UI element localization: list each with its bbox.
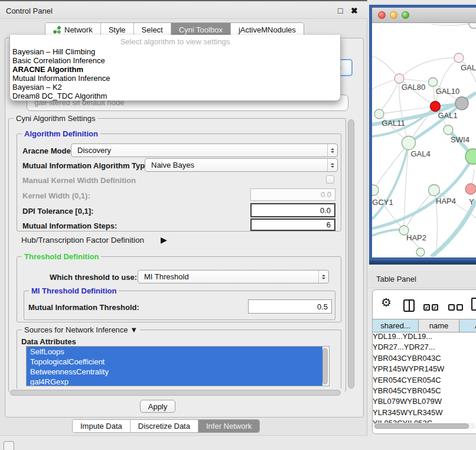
- mi-steps-field[interactable]: 6: [250, 219, 335, 231]
- window-zoom-icon[interactable]: [402, 11, 409, 19]
- mi-algorithm-type-value: Naive Bayes: [145, 161, 327, 169]
- which-threshold-combo[interactable]: MI Threshold: [138, 270, 329, 283]
- hub-section-label[interactable]: Hub/Transcription Factor Definition: [21, 236, 144, 244]
- mi-threshold-field[interactable]: 0.5: [248, 299, 332, 314]
- attribute-item-selected[interactable]: gal4RGexp: [27, 377, 322, 386]
- table-row[interactable]: YBR045CYBR045C9.: [373, 386, 476, 397]
- table-row[interactable]: YLR345WYLR345W9.: [373, 408, 476, 419]
- node-gal4[interactable]: [402, 136, 416, 150]
- table-row[interactable]: YBR043CYBR043C: [373, 354, 476, 364]
- node-swi4[interactable]: [444, 125, 453, 135]
- table-row[interactable]: YDL19...YDL19...13: [373, 332, 476, 343]
- algorithm-option[interactable]: Mutual Information Inference: [10, 74, 340, 83]
- data-attributes-listbox[interactable]: SelfLoops TopologicalCoefficient Between…: [26, 346, 330, 386]
- cell: YBL079W: [407, 397, 442, 407]
- collapsed-panel-icon[interactable]: [4, 441, 14, 450]
- table-panel-title: Table Panel: [376, 275, 416, 283]
- aracne-mode-combo[interactable]: Discovery: [71, 144, 338, 157]
- expanded-arrow-icon[interactable]: ▼: [130, 325, 138, 334]
- node-gal11[interactable]: [374, 109, 384, 119]
- table-row[interactable]: YER054CYER054C8.: [373, 376, 476, 386]
- deselect-all-icon[interactable]: [448, 304, 455, 311]
- apply-button[interactable]: Apply: [140, 400, 175, 413]
- tab-network[interactable]: Network: [45, 23, 101, 36]
- node-label: GAL1: [438, 111, 457, 120]
- which-threshold-label: Which threshold to use:: [50, 273, 137, 282]
- node-gal10[interactable]: [429, 78, 438, 87]
- tab-infer-network[interactable]: Infer Network: [198, 420, 259, 432]
- edges-thick: [372, 93, 476, 257]
- manual-kernel-width-checkbox[interactable]: [326, 175, 334, 184]
- tab-impute-data-label: Impute Data: [80, 422, 122, 431]
- node-gray[interactable]: [455, 97, 468, 110]
- algorithm-option-selected[interactable]: ARACNE Algorithm: [10, 65, 340, 74]
- settings-vertical-scrollbar[interactable]: [348, 119, 354, 389]
- deselect-all-icon[interactable]: [457, 304, 463, 311]
- node-partial-top[interactable]: [469, 23, 476, 28]
- settings-group-title: Cyni Algorithm Settings: [14, 114, 97, 123]
- algorithm-option[interactable]: Bayesian – Hill Climbing: [10, 47, 340, 56]
- cell: YBR045C: [373, 386, 407, 397]
- select-all-check-icon[interactable]: [432, 304, 438, 311]
- split-columns-icon[interactable]: [403, 299, 415, 312]
- node-salmon[interactable]: [465, 184, 476, 194]
- settings-horizontal-scrollbar[interactable]: [9, 389, 345, 396]
- node-partial-bottom[interactable]: [416, 248, 425, 256]
- which-threshold-value: MI Threshold: [138, 272, 318, 281]
- sources-title-text: Sources for Network Inference: [24, 325, 128, 334]
- node-label: GAL: [461, 63, 476, 72]
- mi-threshold-label: Mutual Information Threshold:: [28, 303, 139, 312]
- window-minimize-icon[interactable]: [390, 11, 397, 19]
- cell: YBR043C: [407, 354, 441, 364]
- select-all-check-icon[interactable]: [423, 304, 430, 311]
- table-row[interactable]: YBL079WYBL079W: [373, 397, 476, 407]
- table-panel-header: Table Panel: [367, 270, 476, 288]
- table-bottom-mask: [373, 429, 476, 434]
- document-icon[interactable]: [471, 298, 476, 311]
- column-header-shared-name[interactable]: shared...: [373, 319, 419, 332]
- network-icon: [53, 26, 61, 34]
- data-attributes-label: Data Attributes: [21, 337, 76, 346]
- algorithm-dropdown-placeholder: Select algorithm to view settings: [10, 36, 340, 47]
- dpi-tolerance-label: DPI Tolerance [0,1]:: [22, 207, 93, 216]
- tab-network-label: Network: [64, 25, 93, 34]
- mi-algorithm-type-combo[interactable]: Naive Bayes: [145, 158, 338, 172]
- network-view-window[interactable]: GAL GAL80 GAL10 GAL1 GAL11 SWI4 GAL4 GCY…: [369, 5, 476, 260]
- attribute-item-selected[interactable]: BetweennessCentrality: [27, 367, 322, 377]
- node-hap4[interactable]: [429, 185, 440, 196]
- close-panel-icon[interactable]: ✖: [351, 6, 358, 15]
- dpi-tolerance-field[interactable]: 0.0: [250, 203, 335, 217]
- combo-arrows-icon: [318, 270, 328, 283]
- column-header-name[interactable]: name: [419, 319, 459, 332]
- node-label: HAP4: [436, 197, 456, 206]
- network-window-titlebar[interactable]: [372, 8, 476, 23]
- window-close-icon[interactable]: [378, 11, 386, 19]
- column-header-partial[interactable]: A: [459, 319, 476, 332]
- algorithm-option[interactable]: Bayesian – K2: [10, 83, 340, 92]
- tab-jactivemnodules[interactable]: jActiveMNodules: [231, 23, 304, 36]
- network-canvas[interactable]: GAL GAL80 GAL10 GAL1 GAL11 SWI4 GAL4 GCY…: [372, 23, 476, 257]
- table-horizontal-scrollbar[interactable]: [374, 423, 475, 429]
- node-gal2[interactable]: [454, 53, 464, 63]
- tab-cyni-toolbox[interactable]: Cyni Toolbox: [171, 23, 231, 36]
- table-row[interactable]: YDR27...YDR27...12: [373, 343, 476, 353]
- attribute-item-selected[interactable]: SelfLoops: [27, 347, 322, 357]
- tab-style[interactable]: Style: [101, 23, 134, 36]
- gear-icon[interactable]: ⚙: [381, 295, 392, 309]
- attribute-item-selected[interactable]: TopologicalCoefficient: [27, 357, 322, 367]
- node-gal1[interactable]: [431, 102, 441, 112]
- mi-threshold-definition-title: MI Threshold Definition: [29, 286, 119, 295]
- node-gal80[interactable]: [395, 74, 404, 83]
- algorithm-option[interactable]: Basic Correlation Inference: [10, 56, 340, 65]
- tab-discretize-data[interactable]: Discretize Data: [131, 420, 198, 432]
- algorithm-option[interactable]: Dream8 DC_TDC Algorithm: [10, 92, 340, 100]
- tab-select[interactable]: Select: [134, 23, 171, 36]
- attributes-vertical-scrollbar[interactable]: [322, 348, 328, 384]
- collapsed-arrow-icon[interactable]: ▶: [161, 235, 167, 244]
- float-window-icon[interactable]: □: [338, 6, 343, 15]
- control-panel-titlebar: Control Panel □ ✖: [0, 2, 367, 19]
- table-row[interactable]: YPR145WYPR145W9.: [373, 364, 476, 375]
- kernel-width-field[interactable]: 0.0: [250, 188, 335, 201]
- node-gcy1[interactable]: [372, 185, 379, 195]
- tab-impute-data[interactable]: Impute Data: [73, 420, 131, 432]
